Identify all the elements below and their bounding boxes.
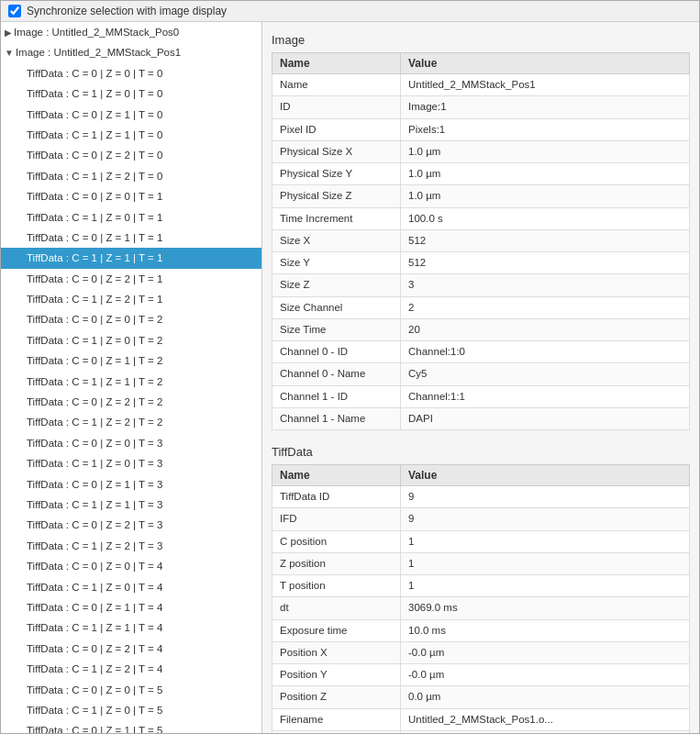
table-row[interactable]: Pixel IDPixels:1 xyxy=(272,118,690,140)
table-row[interactable]: C position1 xyxy=(272,530,690,552)
tree-item-t13[interactable]: TiffData : C = 1 | Z = 0 | T = 2 xyxy=(1,330,261,350)
top-bar: Synchronize selection with image display xyxy=(1,1,699,22)
table-row[interactable]: Channel 0 - IDChannel:1:0 xyxy=(272,341,690,363)
table-row[interactable]: Size X512 xyxy=(272,229,690,251)
tree-label-t23: TiffData : C = 1 | Z = 2 | T = 3 xyxy=(27,540,162,551)
image-row-name-5: Physical Size Z xyxy=(272,185,401,207)
image-row-name-10: Size Channel xyxy=(272,296,401,318)
table-row[interactable]: Position Z0.0 µm xyxy=(272,686,690,708)
image-row-value-0: Untitled_2_MMStack_Pos1 xyxy=(401,74,690,96)
image-section-title: Image xyxy=(272,33,690,47)
tree-item-t11[interactable]: TiffData : C = 1 | Z = 2 | T = 1 xyxy=(1,289,261,309)
tree-item-t17[interactable]: TiffData : C = 1 | Z = 2 | T = 2 xyxy=(1,412,261,432)
tiffdata-row-name-1: IFD xyxy=(272,508,401,530)
table-row[interactable]: NameUntitled_2_MMStack_Pos1 xyxy=(272,74,690,96)
tree-item-t24[interactable]: TiffData : C = 0 | Z = 0 | T = 4 xyxy=(1,556,261,576)
tree-item-t8[interactable]: TiffData : C = 0 | Z = 1 | T = 1 xyxy=(1,228,261,248)
table-row[interactable]: FilenameUntitled_2_MMStack_Pos1.o... xyxy=(272,708,690,730)
tree-label-t4: TiffData : C = 0 | Z = 2 | T = 0 xyxy=(27,150,162,161)
table-row[interactable]: Size Z3 xyxy=(272,274,690,296)
tiffdata-row-name-9: Position Z xyxy=(272,686,401,708)
table-row[interactable]: Size Y512 xyxy=(272,252,690,274)
tree-item-t5[interactable]: TiffData : C = 1 | Z = 2 | T = 0 xyxy=(1,166,261,186)
image-table: Name Value NameUntitled_2_MMStack_Pos1ID… xyxy=(272,52,690,430)
tree-item-t10[interactable]: TiffData : C = 0 | Z = 2 | T = 1 xyxy=(1,269,261,289)
tree-item-t31[interactable]: TiffData : C = 1 | Z = 0 | T = 5 xyxy=(1,700,261,720)
tree-item-t30[interactable]: TiffData : C = 0 | Z = 0 | T = 5 xyxy=(1,680,261,700)
tiffdata-row-value-0: 9 xyxy=(401,486,690,508)
table-row[interactable]: dt3069.0 ms xyxy=(272,597,690,619)
tree-item-t7[interactable]: TiffData : C = 1 | Z = 0 | T = 1 xyxy=(1,207,261,228)
tree-item-t15[interactable]: TiffData : C = 1 | Z = 1 | T = 2 xyxy=(1,372,261,392)
tree-item-t22[interactable]: TiffData : C = 0 | Z = 2 | T = 3 xyxy=(1,515,261,535)
sync-checkbox[interactable] xyxy=(8,5,21,17)
tree-item-t32[interactable]: TiffData : C = 0 | Z = 1 | T = 5 xyxy=(1,720,261,733)
table-row[interactable]: IDImage:1 xyxy=(272,96,690,118)
table-row[interactable]: Channel 0 - NameCy5 xyxy=(272,363,690,385)
tiffdata-row-name-2: C position xyxy=(272,530,401,552)
table-row[interactable]: Time Increment100.0 s xyxy=(272,207,690,229)
tree-item-t29[interactable]: TiffData : C = 1 | Z = 2 | T = 4 xyxy=(1,659,261,679)
tree-item-t18[interactable]: TiffData : C = 0 | Z = 0 | T = 3 xyxy=(1,433,261,453)
tiffdata-table-header-value: Value xyxy=(401,465,690,486)
tree-item-t6[interactable]: TiffData : C = 0 | Z = 0 | T = 1 xyxy=(1,186,261,206)
tree-item-t9[interactable]: TiffData : C = 1 | Z = 1 | T = 1 xyxy=(1,248,261,268)
tiffdata-table: Name Value TiffData ID9IFD9C position1Z … xyxy=(272,464,690,733)
table-row[interactable]: Z position1 xyxy=(272,552,690,574)
tree-label-t26: TiffData : C = 0 | Z = 1 | T = 4 xyxy=(27,602,162,613)
tree-label-t2: TiffData : C = 0 | Z = 1 | T = 0 xyxy=(27,109,162,120)
content-area: ▶ Image : Untitled_2_MMStack_Pos0▼ Image… xyxy=(1,22,699,733)
tree-item-t16[interactable]: TiffData : C = 0 | Z = 2 | T = 2 xyxy=(1,392,261,412)
tiffdata-row-name-7: Position X xyxy=(272,641,401,663)
tree-label-t28: TiffData : C = 0 | Z = 2 | T = 4 xyxy=(27,643,162,654)
tiffdata-row-value-11: urn:uuid:65fc9a27-67c4-48c... xyxy=(401,730,690,733)
tree-label-t24: TiffData : C = 0 | Z = 0 | T = 4 xyxy=(27,561,162,572)
tree-item-img1[interactable]: ▼ Image : Untitled_2_MMStack_Pos1 xyxy=(1,42,261,62)
table-row[interactable]: UUIDurn:uuid:65fc9a27-67c4-48c... xyxy=(272,730,690,733)
tree-arrow-img0: ▶ xyxy=(5,26,12,40)
tree-item-t28[interactable]: TiffData : C = 0 | Z = 2 | T = 4 xyxy=(1,639,261,659)
tiffdata-table-header-name: Name xyxy=(272,465,401,486)
image-row-value-1: Image:1 xyxy=(401,96,690,118)
image-row-name-0: Name xyxy=(272,74,401,96)
table-row[interactable]: Physical Size Z1.0 µm xyxy=(272,185,690,207)
tree-label-t9: TiffData : C = 1 | Z = 1 | T = 1 xyxy=(27,252,162,263)
tree-item-t2[interactable]: TiffData : C = 0 | Z = 1 | T = 0 xyxy=(1,105,261,125)
left-panel: ▶ Image : Untitled_2_MMStack_Pos0▼ Image… xyxy=(1,22,262,733)
table-row[interactable]: TiffData ID9 xyxy=(272,486,690,508)
tree-item-t20[interactable]: TiffData : C = 0 | Z = 1 | T = 3 xyxy=(1,474,261,495)
table-row[interactable]: Channel 1 - IDChannel:1:1 xyxy=(272,385,690,407)
image-row-value-4: 1.0 µm xyxy=(401,163,690,185)
table-row[interactable]: Size Time20 xyxy=(272,318,690,340)
tree-item-t21[interactable]: TiffData : C = 1 | Z = 1 | T = 3 xyxy=(1,495,261,515)
table-row[interactable]: IFD9 xyxy=(272,508,690,530)
tree-item-t0[interactable]: TiffData : C = 0 | Z = 0 | T = 0 xyxy=(1,63,261,83)
table-row[interactable]: Position X-0.0 µm xyxy=(272,641,690,663)
table-row[interactable]: Physical Size Y1.0 µm xyxy=(272,163,690,185)
tree-item-t14[interactable]: TiffData : C = 0 | Z = 1 | T = 2 xyxy=(1,350,261,371)
table-row[interactable]: Exposure time10.0 ms xyxy=(272,619,690,641)
table-row[interactable]: T position1 xyxy=(272,575,690,597)
table-row[interactable]: Size Channel2 xyxy=(272,296,690,318)
tree-label-t19: TiffData : C = 1 | Z = 0 | T = 3 xyxy=(27,458,162,469)
tree-item-t26[interactable]: TiffData : C = 0 | Z = 1 | T = 4 xyxy=(1,597,261,617)
tree-item-t27[interactable]: TiffData : C = 1 | Z = 1 | T = 4 xyxy=(1,617,261,638)
tree-item-img0[interactable]: ▶ Image : Untitled_2_MMStack_Pos0 xyxy=(1,22,261,42)
tree-item-t12[interactable]: TiffData : C = 0 | Z = 0 | T = 2 xyxy=(1,309,261,329)
tree-item-t4[interactable]: TiffData : C = 0 | Z = 2 | T = 0 xyxy=(1,145,261,165)
table-row[interactable]: Channel 1 - NameDAPI xyxy=(272,407,690,429)
tree-item-t3[interactable]: TiffData : C = 1 | Z = 1 | T = 0 xyxy=(1,125,261,145)
image-row-value-3: 1.0 µm xyxy=(401,140,690,162)
image-row-value-12: Channel:1:0 xyxy=(401,341,690,363)
tree-item-t19[interactable]: TiffData : C = 1 | Z = 0 | T = 3 xyxy=(1,453,261,473)
image-row-value-6: 100.0 s xyxy=(401,207,690,229)
table-row[interactable]: Physical Size X1.0 µm xyxy=(272,140,690,162)
tree-item-t23[interactable]: TiffData : C = 1 | Z = 2 | T = 3 xyxy=(1,536,261,556)
tree-label-t13: TiffData : C = 1 | Z = 0 | T = 2 xyxy=(27,335,162,346)
image-row-name-15: Channel 1 - Name xyxy=(272,407,401,429)
tiffdata-row-value-8: -0.0 µm xyxy=(401,664,690,686)
tree-item-t25[interactable]: TiffData : C = 1 | Z = 0 | T = 4 xyxy=(1,577,261,597)
tiffdata-row-value-1: 9 xyxy=(401,508,690,530)
table-row[interactable]: Position Y-0.0 µm xyxy=(272,664,690,686)
tree-item-t1[interactable]: TiffData : C = 1 | Z = 0 | T = 0 xyxy=(1,83,261,104)
